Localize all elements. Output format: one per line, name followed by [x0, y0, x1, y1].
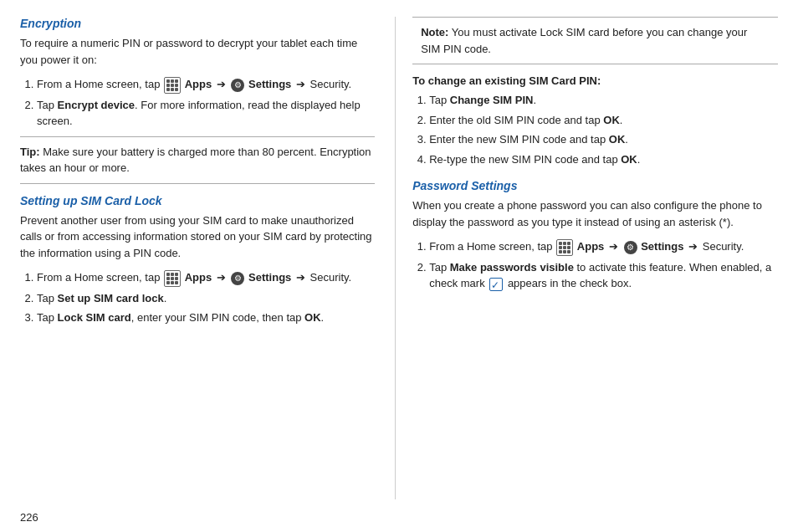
sim-step1-after: Security. [310, 271, 352, 284]
note-box: Note: You must activate Lock SIM card be… [412, 17, 778, 64]
page-number: 226 [20, 511, 38, 524]
sim-lock-step-3: Tap Lock SIM card, enter your SIM PIN co… [37, 309, 375, 326]
sim-lock-steps: From a Home screen, tap Apps ➔ ⚙ Setting… [37, 269, 375, 326]
arrow-3a: ➔ [609, 238, 618, 255]
tip-box: Tip: Make sure your battery is charged m… [20, 136, 375, 184]
settings-icon-2: ⚙ [231, 272, 244, 285]
sim-card-lock-bold: Set up SIM card lock [58, 292, 164, 304]
password-settings-intro: When you create a phone password you can… [412, 197, 778, 230]
encryption-section: Encryption To require a numeric PIN or p… [20, 17, 375, 130]
step1-text-after: Security. [310, 78, 352, 90]
apps-label-1: Apps [185, 78, 212, 90]
password-step-2: Tap Make passwords visible to activate t… [429, 259, 778, 292]
note-text: Note: You must activate Lock SIM card be… [412, 24, 778, 57]
tip-label: Tip: [20, 146, 40, 158]
pwd-step1-after: Security. [703, 240, 744, 253]
change-sim-pin-section: To change an existing SIM Card PIN: Tap … [412, 74, 778, 167]
sim-lock-title: Setting up SIM Card Lock [20, 194, 375, 207]
encryption-step-2: Tap Encrypt device. For more information… [37, 97, 375, 130]
sim-card-lock-section: Setting up SIM Card Lock Prevent another… [20, 194, 375, 326]
encryption-steps: From a Home screen, tap Apps ➔ ⚙ Setting… [37, 76, 375, 130]
encrypt-device-bold: Encrypt device [58, 99, 136, 111]
sim-step3-middle: , enter your SIM PIN code, then tap [131, 311, 304, 324]
lock-sim-card-bold: Lock SIM card [58, 311, 131, 324]
tip-text: Make sure your battery is charged more t… [20, 146, 371, 175]
apps-grid-icon-2 [164, 270, 181, 287]
change-sim-step-2: Enter the old SIM PIN code and tap OK. [429, 112, 778, 129]
settings-icon-3: ⚙ [624, 241, 637, 254]
pwd-step1-before: From a Home screen, tap [429, 240, 552, 253]
right-column: Note: You must activate Lock SIM card be… [395, 17, 778, 499]
arrow-1b: ➔ [296, 76, 305, 93]
page-footer: 226 [0, 508, 798, 532]
password-settings-section: Password Settings When you create a phon… [412, 179, 778, 292]
sim-step1-before: From a Home screen, tap [37, 271, 160, 284]
apps-label-2: Apps [185, 271, 212, 284]
apps-grid-icon-3 [556, 239, 573, 256]
left-column: Encryption To require a numeric PIN or p… [20, 17, 395, 499]
encryption-step-1: From a Home screen, tap Apps ➔ ⚙ Setting… [37, 76, 375, 94]
settings-label-2: Settings [248, 271, 291, 284]
sim-lock-step-2: Tap Set up SIM card lock. [37, 290, 375, 307]
sim-lock-step-1: From a Home screen, tap Apps ➔ ⚙ Setting… [37, 269, 375, 287]
change-sim-pin-title: To change an existing SIM Card PIN: [412, 74, 601, 87]
arrow-3b: ➔ [688, 238, 698, 255]
encryption-title: Encryption [20, 17, 375, 30]
ok-bold-1: OK [304, 311, 321, 324]
password-step-1: From a Home screen, tap Apps ➔ ⚙ Setting… [429, 238, 778, 256]
change-sim-step-4: Re-type the new SIM PIN code and tap OK. [429, 151, 778, 168]
password-settings-title: Password Settings [412, 179, 778, 192]
apps-label-3: Apps [577, 240, 605, 253]
checkmark-icon [489, 278, 503, 291]
change-sim-pin-steps: Tap Change SIM PIN. Enter the old SIM PI… [429, 92, 778, 167]
password-settings-steps: From a Home screen, tap Apps ➔ ⚙ Setting… [429, 238, 778, 292]
note-label: Note: [421, 26, 448, 38]
change-sim-step-1: Tap Change SIM PIN. [429, 92, 778, 109]
sim-lock-intro: Prevent another user from using your SIM… [20, 212, 375, 262]
settings-label-3: Settings [641, 240, 683, 253]
arrow-1a: ➔ [217, 76, 226, 93]
arrow-2b: ➔ [296, 269, 305, 286]
arrow-2a: ➔ [217, 269, 226, 286]
make-passwords-visible-bold: Make passwords visible [450, 261, 574, 274]
step1-text-before: From a Home screen, tap [37, 78, 160, 90]
settings-label-1: Settings [248, 78, 291, 90]
change-sim-step-3: Enter the new SIM PIN code and tap OK. [429, 131, 778, 148]
settings-icon-1: ⚙ [231, 79, 244, 92]
encryption-intro: To require a numeric PIN or password to … [20, 35, 375, 68]
apps-grid-icon-1 [164, 77, 181, 94]
